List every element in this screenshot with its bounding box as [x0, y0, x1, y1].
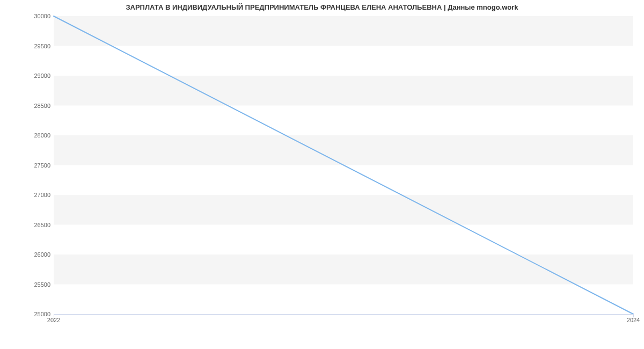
grid-band — [54, 76, 633, 106]
y-tick-label: 28000 — [2, 132, 50, 139]
y-tick-label: 30000 — [2, 13, 50, 19]
y-tick-label: 28500 — [2, 103, 50, 109]
y-tick-label: 27000 — [2, 192, 50, 198]
grid-band — [54, 135, 633, 165]
x-axis-line — [54, 314, 633, 315]
y-tick-label: 25000 — [2, 311, 50, 317]
grid-band — [54, 195, 633, 225]
grid-bands — [54, 16, 633, 285]
y-tick-label: 26500 — [2, 222, 50, 228]
plot-area — [54, 16, 633, 314]
y-tick-label: 26000 — [2, 251, 50, 258]
y-tick-label: 29000 — [2, 72, 50, 79]
line-layer — [54, 16, 633, 314]
x-tick-label: 2022 — [47, 317, 60, 323]
y-tick-label: 25500 — [2, 281, 50, 288]
chart-container: ЗАРПЛАТА В ИНДИВИДУАЛЬНЫЙ ПРЕДПРИНИМАТЕЛ… — [0, 0, 644, 349]
x-tick-label: 2024 — [627, 317, 640, 323]
y-tick-label: 29500 — [2, 43, 50, 49]
y-tick-label: 27500 — [2, 162, 50, 169]
grid-band — [54, 16, 633, 46]
chart-title: ЗАРПЛАТА В ИНДИВИДУАЛЬНЫЙ ПРЕДПРИНИМАТЕЛ… — [0, 3, 644, 11]
